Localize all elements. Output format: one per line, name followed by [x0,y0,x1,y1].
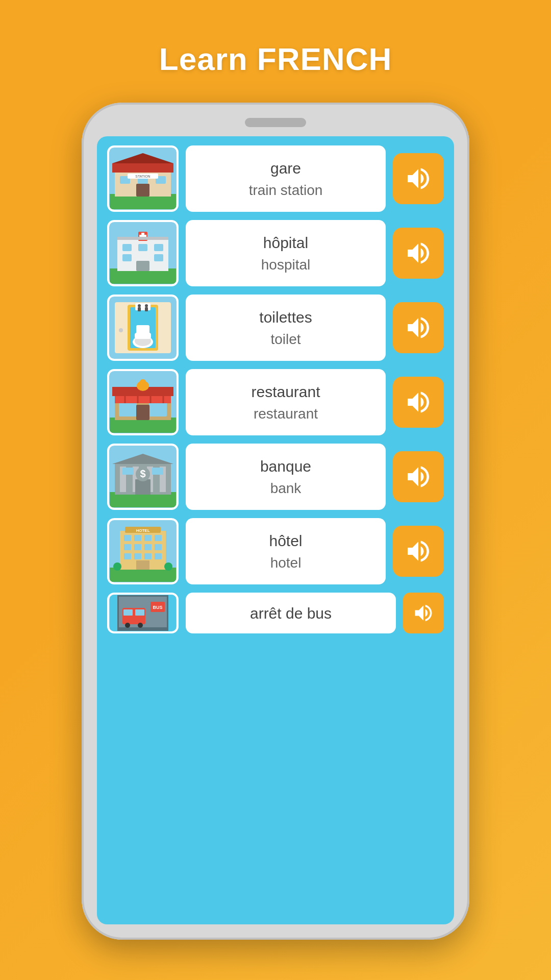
sound-button-banque[interactable] [393,451,444,502]
french-word-arret-de-bus: arrêt de bus [250,602,332,625]
vocab-image-arret-de-bus: BUS [107,593,179,633]
vocab-row-hotel: HOTEL hôtel hotel [107,518,444,584]
svg-rect-63 [122,468,134,475]
svg-rect-68 [124,535,131,541]
svg-point-91 [125,623,130,628]
vocab-row-restaurant: restaurant restaurant [107,369,444,435]
svg-rect-59 [135,479,151,495]
svg-rect-36 [145,307,148,311]
sound-button-restaurant[interactable] [393,377,444,428]
svg-rect-74 [144,544,152,550]
vocab-label-toilettes[interactable]: toilettes toilet [186,295,386,361]
svg-rect-75 [155,544,162,550]
svg-rect-43 [136,405,149,420]
phone-frame: STATION gare train station [82,103,469,940]
vocab-image-toilettes [107,295,179,361]
svg-rect-42 [149,401,167,416]
vocab-row-arret-de-bus: BUS arrêt de bus [107,593,444,633]
svg-rect-70 [144,535,152,541]
svg-rect-23 [117,237,168,240]
vocab-image-hopital [107,220,179,286]
vocab-image-banque: $ [107,444,179,510]
phone-screen: STATION gare train station [97,136,454,924]
sound-button-gare[interactable] [393,153,444,204]
svg-rect-72 [124,544,131,550]
svg-rect-7 [112,163,173,173]
svg-rect-14 [122,244,132,251]
svg-point-83 [113,562,121,571]
svg-rect-90 [135,609,144,616]
vocab-label-arret-de-bus[interactable]: arrêt de bus [186,593,396,633]
vocab-label-hotel[interactable]: hôtel hotel [186,518,386,584]
svg-rect-71 [155,535,162,541]
svg-rect-41 [119,401,137,416]
svg-rect-15 [138,244,147,251]
french-word-toilettes: toilettes [259,306,312,329]
svg-rect-34 [138,307,141,311]
svg-rect-64 [152,468,163,475]
vocab-image-restaurant [107,369,179,435]
svg-rect-16 [154,244,163,251]
french-word-gare: gare [270,157,301,180]
svg-point-33 [138,304,141,307]
svg-rect-32 [135,303,151,310]
vocab-row-gare: STATION gare train station [107,145,444,212]
svg-rect-6 [136,184,149,197]
svg-rect-78 [144,553,152,559]
vocab-label-hopital[interactable]: hôpital hospital [186,220,386,286]
english-word-restaurant: restaurant [254,403,318,425]
svg-rect-31 [136,325,149,335]
svg-rect-80 [136,560,149,570]
svg-rect-77 [134,553,141,559]
svg-rect-79 [155,553,162,559]
sound-button-toilettes[interactable] [393,302,444,353]
svg-point-92 [138,623,143,628]
vocab-row-toilettes: toilettes toilet [107,295,444,361]
svg-text:$: $ [140,468,145,479]
svg-rect-89 [123,609,133,616]
svg-text:BUS: BUS [153,605,162,610]
english-word-gare: train station [249,180,323,201]
sound-button-hopital[interactable] [393,228,444,279]
svg-rect-22 [136,261,149,271]
svg-text:HOTEL: HOTEL [136,528,149,533]
french-word-hopital: hôpital [263,231,308,254]
vocab-image-gare: STATION [107,145,179,212]
english-word-hotel: hotel [270,552,302,574]
sound-button-arret-de-bus[interactable] [403,593,444,633]
svg-point-35 [145,304,148,307]
english-word-hopital: hospital [261,254,311,276]
vocab-label-gare[interactable]: gare train station [186,145,386,212]
vocab-label-restaurant[interactable]: restaurant restaurant [186,369,386,435]
english-word-banque: bank [270,478,302,499]
svg-point-37 [119,328,123,332]
svg-rect-76 [124,553,131,559]
svg-text:STATION: STATION [135,175,150,178]
vocab-row-hopital: hôpital hospital [107,220,444,286]
svg-rect-18 [154,254,163,261]
svg-rect-69 [134,535,141,541]
svg-point-46 [140,379,146,384]
vocab-row-banque: $ banque bank [107,444,444,510]
english-word-toilettes: toilet [270,329,300,350]
french-word-hotel: hôtel [269,529,302,552]
sound-button-hotel[interactable] [393,526,444,577]
app-title: Learn FRENCH [159,41,392,77]
french-word-banque: banque [260,455,311,478]
svg-rect-17 [122,254,132,261]
vocab-label-banque[interactable]: banque bank [186,444,386,510]
svg-rect-73 [134,544,141,550]
vocab-image-hotel: HOTEL [107,518,179,584]
phone-speaker [245,118,306,127]
svg-point-84 [164,562,172,571]
french-word-restaurant: restaurant [251,380,320,403]
